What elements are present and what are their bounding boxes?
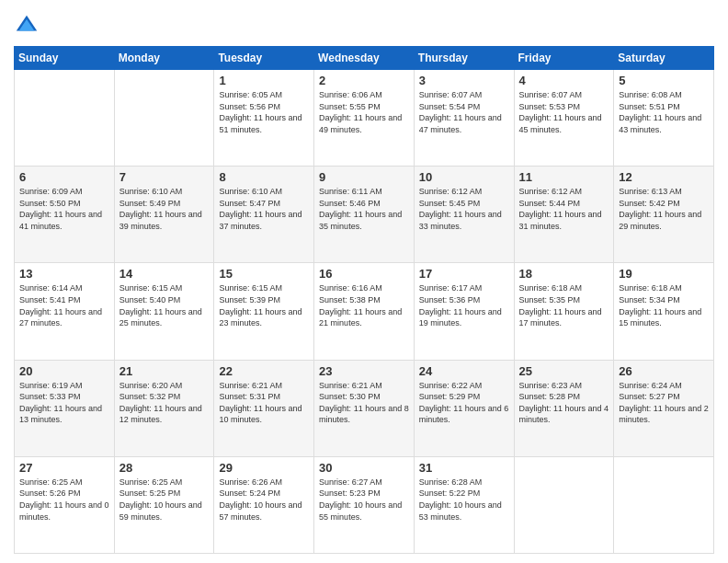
calendar-cell: 31Sunrise: 6:28 AM Sunset: 5:22 PM Dayli…: [414, 456, 514, 553]
day-info: Sunrise: 6:19 AM Sunset: 5:33 PM Dayligh…: [19, 380, 109, 426]
day-info: Sunrise: 6:27 AM Sunset: 5:23 PM Dayligh…: [319, 477, 409, 523]
calendar-cell: 18Sunrise: 6:18 AM Sunset: 5:35 PM Dayli…: [514, 263, 614, 360]
day-header-monday: Monday: [114, 47, 214, 70]
day-number: 1: [219, 74, 309, 87]
day-header-tuesday: Tuesday: [214, 47, 314, 70]
day-number: 9: [319, 170, 409, 184]
calendar-cell: 4Sunrise: 6:07 AM Sunset: 5:53 PM Daylig…: [514, 70, 614, 167]
day-info: Sunrise: 6:23 AM Sunset: 5:28 PM Dayligh…: [519, 380, 609, 426]
calendar-cell: 16Sunrise: 6:16 AM Sunset: 5:38 PM Dayli…: [314, 263, 415, 360]
calendar-cell: 15Sunrise: 6:15 AM Sunset: 5:39 PM Dayli…: [214, 263, 314, 360]
day-number: 5: [619, 74, 709, 87]
calendar-cell: 5Sunrise: 6:08 AM Sunset: 5:51 PM Daylig…: [614, 70, 714, 167]
day-info: Sunrise: 6:18 AM Sunset: 5:35 PM Dayligh…: [519, 282, 609, 328]
day-info: Sunrise: 6:09 AM Sunset: 5:50 PM Dayligh…: [19, 186, 109, 232]
calendar-table: SundayMondayTuesdayWednesdayThursdayFrid…: [14, 46, 714, 554]
day-info: Sunrise: 6:28 AM Sunset: 5:22 PM Dayligh…: [419, 477, 509, 523]
day-number: 20: [19, 364, 109, 378]
calendar-cell: 12Sunrise: 6:13 AM Sunset: 5:42 PM Dayli…: [614, 167, 714, 263]
calendar-cell: 25Sunrise: 6:23 AM Sunset: 5:28 PM Dayli…: [514, 360, 614, 456]
calendar-cell: 6Sunrise: 6:09 AM Sunset: 5:50 PM Daylig…: [15, 167, 115, 263]
calendar-week-row: 20Sunrise: 6:19 AM Sunset: 5:33 PM Dayli…: [15, 360, 714, 456]
day-info: Sunrise: 6:25 AM Sunset: 5:25 PM Dayligh…: [119, 477, 210, 523]
day-info: Sunrise: 6:21 AM Sunset: 5:31 PM Dayligh…: [219, 380, 309, 426]
calendar-cell: 7Sunrise: 6:10 AM Sunset: 5:49 PM Daylig…: [114, 167, 214, 263]
calendar-cell: 3Sunrise: 6:07 AM Sunset: 5:54 PM Daylig…: [414, 70, 514, 167]
calendar-cell: 9Sunrise: 6:11 AM Sunset: 5:46 PM Daylig…: [314, 167, 415, 263]
day-info: Sunrise: 6:10 AM Sunset: 5:47 PM Dayligh…: [219, 186, 309, 232]
day-header-saturday: Saturday: [614, 47, 714, 70]
header: [14, 9, 714, 39]
day-info: Sunrise: 6:15 AM Sunset: 5:39 PM Dayligh…: [219, 282, 309, 328]
day-info: Sunrise: 6:10 AM Sunset: 5:49 PM Dayligh…: [119, 186, 210, 232]
day-info: Sunrise: 6:13 AM Sunset: 5:42 PM Dayligh…: [619, 186, 709, 232]
calendar-week-row: 1Sunrise: 6:05 AM Sunset: 5:56 PM Daylig…: [15, 70, 714, 167]
day-number: 30: [319, 461, 409, 475]
day-number: 23: [319, 364, 409, 378]
day-number: 24: [419, 364, 509, 378]
day-number: 14: [119, 267, 210, 281]
calendar-cell: 22Sunrise: 6:21 AM Sunset: 5:31 PM Dayli…: [214, 360, 314, 456]
day-number: 11: [519, 170, 609, 184]
day-header-sunday: Sunday: [15, 47, 115, 70]
calendar-cell: 2Sunrise: 6:06 AM Sunset: 5:55 PM Daylig…: [314, 70, 415, 167]
calendar-body: 1Sunrise: 6:05 AM Sunset: 5:56 PM Daylig…: [15, 70, 714, 554]
day-info: Sunrise: 6:12 AM Sunset: 5:44 PM Dayligh…: [519, 186, 609, 232]
day-info: Sunrise: 6:16 AM Sunset: 5:38 PM Dayligh…: [319, 282, 409, 328]
calendar-cell: 30Sunrise: 6:27 AM Sunset: 5:23 PM Dayli…: [314, 456, 415, 553]
day-number: 26: [619, 364, 709, 378]
day-number: 7: [119, 170, 210, 184]
logo: [14, 13, 41, 39]
day-info: Sunrise: 6:11 AM Sunset: 5:46 PM Dayligh…: [319, 186, 409, 232]
day-number: 27: [19, 461, 109, 475]
day-header-wednesday: Wednesday: [314, 47, 415, 70]
calendar-cell: 26Sunrise: 6:24 AM Sunset: 5:27 PM Dayli…: [614, 360, 714, 456]
day-info: Sunrise: 6:25 AM Sunset: 5:26 PM Dayligh…: [19, 477, 109, 523]
day-number: 17: [419, 267, 509, 281]
logo-icon: [14, 13, 40, 39]
day-header-thursday: Thursday: [414, 47, 514, 70]
day-number: 22: [219, 364, 309, 378]
day-number: 8: [219, 170, 309, 184]
day-number: 6: [19, 170, 109, 184]
day-info: Sunrise: 6:05 AM Sunset: 5:56 PM Dayligh…: [219, 89, 309, 135]
calendar-cell: [15, 70, 115, 167]
calendar-cell: 10Sunrise: 6:12 AM Sunset: 5:45 PM Dayli…: [414, 167, 514, 263]
day-info: Sunrise: 6:21 AM Sunset: 5:30 PM Dayligh…: [319, 380, 409, 426]
calendar-cell: 11Sunrise: 6:12 AM Sunset: 5:44 PM Dayli…: [514, 167, 614, 263]
day-info: Sunrise: 6:26 AM Sunset: 5:24 PM Dayligh…: [219, 477, 309, 523]
calendar-cell: 13Sunrise: 6:14 AM Sunset: 5:41 PM Dayli…: [15, 263, 115, 360]
day-info: Sunrise: 6:08 AM Sunset: 5:51 PM Dayligh…: [619, 89, 709, 135]
day-number: 18: [519, 267, 609, 281]
calendar-cell: 23Sunrise: 6:21 AM Sunset: 5:30 PM Dayli…: [314, 360, 415, 456]
day-number: 25: [519, 364, 609, 378]
day-number: 21: [119, 364, 210, 378]
calendar-week-row: 13Sunrise: 6:14 AM Sunset: 5:41 PM Dayli…: [15, 263, 714, 360]
calendar-cell: [114, 70, 214, 167]
day-number: 10: [419, 170, 509, 184]
day-number: 4: [519, 74, 609, 87]
day-info: Sunrise: 6:20 AM Sunset: 5:32 PM Dayligh…: [119, 380, 210, 426]
calendar-header-row: SundayMondayTuesdayWednesdayThursdayFrid…: [15, 47, 714, 70]
calendar-cell: 24Sunrise: 6:22 AM Sunset: 5:29 PM Dayli…: [414, 360, 514, 456]
day-number: 3: [419, 74, 509, 87]
calendar-cell: 29Sunrise: 6:26 AM Sunset: 5:24 PM Dayli…: [214, 456, 314, 553]
day-number: 28: [119, 461, 210, 475]
day-info: Sunrise: 6:14 AM Sunset: 5:41 PM Dayligh…: [19, 282, 109, 328]
calendar-cell: 1Sunrise: 6:05 AM Sunset: 5:56 PM Daylig…: [214, 70, 314, 167]
calendar-week-row: 27Sunrise: 6:25 AM Sunset: 5:26 PM Dayli…: [15, 456, 714, 553]
day-info: Sunrise: 6:06 AM Sunset: 5:55 PM Dayligh…: [319, 89, 409, 135]
calendar-cell: 28Sunrise: 6:25 AM Sunset: 5:25 PM Dayli…: [114, 456, 214, 553]
day-number: 29: [219, 461, 309, 475]
calendar-cell: [614, 456, 714, 553]
calendar-cell: 14Sunrise: 6:15 AM Sunset: 5:40 PM Dayli…: [114, 263, 214, 360]
day-number: 2: [319, 74, 409, 87]
day-info: Sunrise: 6:24 AM Sunset: 5:27 PM Dayligh…: [619, 380, 709, 426]
calendar-cell: 27Sunrise: 6:25 AM Sunset: 5:26 PM Dayli…: [15, 456, 115, 553]
calendar-cell: 17Sunrise: 6:17 AM Sunset: 5:36 PM Dayli…: [414, 263, 514, 360]
day-info: Sunrise: 6:18 AM Sunset: 5:34 PM Dayligh…: [619, 282, 709, 328]
calendar-week-row: 6Sunrise: 6:09 AM Sunset: 5:50 PM Daylig…: [15, 167, 714, 263]
calendar-cell: 20Sunrise: 6:19 AM Sunset: 5:33 PM Dayli…: [15, 360, 115, 456]
day-info: Sunrise: 6:15 AM Sunset: 5:40 PM Dayligh…: [119, 282, 210, 328]
day-info: Sunrise: 6:22 AM Sunset: 5:29 PM Dayligh…: [419, 380, 509, 426]
